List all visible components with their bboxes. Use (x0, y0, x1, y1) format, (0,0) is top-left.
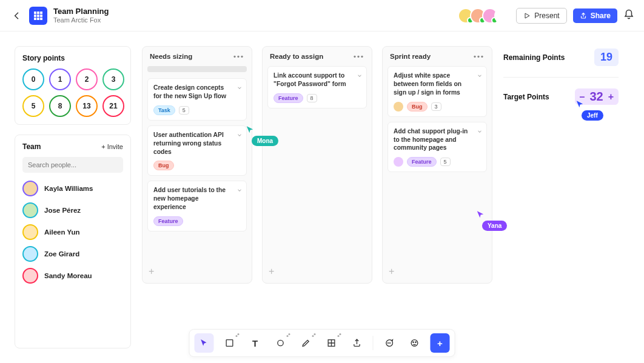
share-icon (580, 12, 587, 19)
board-card[interactable]: User authentication API returning wrong … (147, 125, 247, 176)
tool-pen[interactable] (297, 333, 316, 353)
chevron-down-icon[interactable] (236, 130, 243, 141)
board-column: Ready to assign•••Link account support t… (262, 46, 372, 284)
add-card-button[interactable]: + (147, 264, 247, 279)
collaborator-avatar[interactable] (494, 8, 510, 24)
tool-add[interactable]: + (431, 333, 450, 353)
tool-text[interactable]: T (246, 333, 265, 353)
card-points: 3 (431, 102, 441, 111)
svg-rect-6 (34, 18, 36, 20)
card-tag: Bug (153, 161, 174, 170)
add-card-button[interactable]: + (387, 264, 487, 279)
assignee-avatar (394, 102, 403, 112)
target-increment[interactable]: + (608, 92, 614, 102)
board-card[interactable]: Link account support to "Forgot Password… (267, 66, 367, 108)
svg-rect-1 (37, 12, 39, 14)
team-member[interactable]: Kayla Williams (22, 178, 123, 199)
board-card[interactable]: Add chat support plug-in to the homepage… (387, 122, 487, 173)
member-name: Kayla Williams (44, 185, 93, 192)
story-points-panel: Story points 0123581321 (15, 46, 131, 125)
member-name: Jose Pérez (44, 207, 81, 214)
board-column: Needs sizing•••Create design concepts fo… (142, 46, 252, 284)
tool-grid[interactable] (322, 333, 341, 353)
svg-rect-8 (40, 18, 42, 20)
chevron-down-icon[interactable] (236, 185, 243, 196)
card-tag: Task (153, 105, 175, 115)
board-card[interactable]: Add user tutorials to the new homepage e… (147, 181, 247, 231)
card-title: Create design concepts for the new Sign … (153, 84, 241, 101)
invite-button[interactable]: + Invite (101, 143, 123, 150)
story-point-chip[interactable]: 2 (76, 68, 98, 90)
play-icon (523, 12, 531, 19)
svg-point-16 (411, 340, 418, 347)
back-button[interactable] (8, 11, 25, 21)
chevron-down-icon[interactable] (357, 70, 363, 81)
board-card[interactable]: Adjust white space between form fields o… (387, 66, 487, 117)
team-member[interactable]: Sandy Moreau (22, 265, 123, 287)
member-avatar (22, 181, 38, 196)
board-column: Sprint ready•••Adjust white space betwee… (382, 46, 492, 284)
team-search-input[interactable] (22, 157, 123, 173)
tool-upload[interactable] (347, 333, 367, 353)
column-menu-button[interactable]: ••• (354, 53, 364, 60)
share-label: Share (591, 12, 611, 20)
card-points: 5 (179, 106, 189, 115)
drop-placeholder (147, 66, 247, 72)
team-panel: Team + Invite Kayla WilliamsJose PérezAi… (15, 135, 131, 348)
present-button[interactable]: Present (516, 8, 566, 24)
target-points-label: Target Points (503, 93, 549, 101)
card-title: Adjust white space between form fields o… (394, 72, 481, 97)
story-point-chip[interactable]: 13 (76, 95, 98, 117)
svg-point-18 (415, 342, 416, 342)
story-point-chip[interactable]: 21 (102, 95, 124, 117)
share-button[interactable]: Share (573, 8, 617, 23)
notifications-button[interactable] (623, 9, 636, 22)
story-point-chip[interactable]: 3 (102, 68, 124, 90)
chevron-down-icon[interactable] (477, 70, 483, 81)
page-subtitle: Team Arctic Fox (53, 16, 109, 24)
app-icon (29, 7, 47, 25)
bottom-toolbar: T + (189, 329, 455, 357)
column-title: Sprint ready (390, 53, 431, 60)
team-member[interactable]: Jose Pérez (22, 199, 123, 221)
toolbar-divider (373, 336, 374, 350)
team-member[interactable]: Aileen Yun (22, 221, 123, 243)
svg-rect-5 (40, 15, 42, 17)
svg-rect-2 (40, 12, 42, 14)
card-tag: Feature (153, 216, 183, 226)
member-avatar (22, 246, 38, 262)
tool-shape[interactable] (271, 333, 290, 353)
story-point-chip[interactable]: 8 (49, 95, 71, 117)
chevron-down-icon[interactable] (477, 126, 483, 137)
svg-rect-10 (226, 340, 233, 347)
story-points-title: Story points (22, 54, 65, 62)
add-card-button[interactable]: + (267, 264, 367, 279)
collaborator-avatars[interactable] (461, 8, 510, 24)
tool-comment[interactable] (380, 333, 399, 353)
team-title: Team (22, 142, 41, 151)
tool-sticky-note[interactable] (220, 333, 240, 353)
story-point-chip[interactable]: 1 (49, 68, 71, 90)
column-title: Needs sizing (150, 53, 192, 60)
chevron-down-icon[interactable] (236, 82, 243, 93)
target-points-control: – 32 + (575, 88, 619, 105)
svg-point-15 (390, 343, 391, 344)
card-title: Link account support to "Forgot Password… (273, 72, 361, 88)
story-point-chip[interactable]: 5 (22, 95, 44, 117)
member-avatar (22, 202, 38, 218)
member-name: Sandy Moreau (44, 272, 92, 279)
svg-point-13 (387, 343, 388, 344)
svg-point-14 (389, 343, 389, 344)
svg-rect-3 (34, 15, 36, 17)
tool-select[interactable] (195, 333, 214, 353)
remaining-points-value: 19 (594, 48, 619, 66)
team-member[interactable]: Zoe Girard (22, 243, 123, 265)
board-card[interactable]: Create design concepts for the new Sign … (147, 78, 247, 121)
story-point-chip[interactable]: 0 (22, 68, 44, 90)
tool-stamp[interactable] (405, 333, 424, 353)
column-menu-button[interactable]: ••• (474, 53, 485, 60)
svg-point-11 (278, 340, 283, 345)
target-decrement[interactable]: – (580, 92, 585, 102)
column-menu-button[interactable]: ••• (233, 53, 244, 60)
column-title: Ready to assign (270, 53, 323, 60)
